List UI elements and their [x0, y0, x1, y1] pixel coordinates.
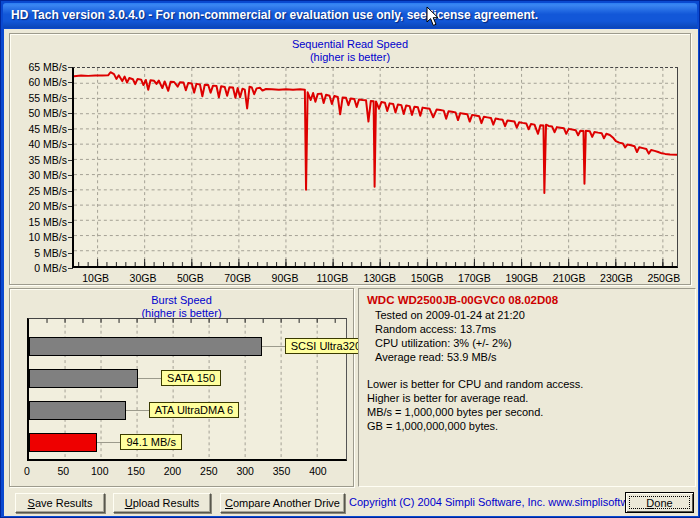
burst-bar — [29, 433, 97, 452]
mouse-cursor-icon — [426, 6, 440, 27]
burst-x-tick-label: 0 — [24, 465, 30, 477]
burst-plot: SCSI Ultra320SATA 150ATA UltraDMA 694.1 … — [27, 318, 347, 461]
read-y-tick-label: 20 MB/s — [10, 200, 67, 212]
read-speed-panel: Sequential Read Speed (higher is better)… — [9, 33, 691, 285]
drive-average-read: Average read: 53.9 MB/s — [375, 350, 687, 364]
window-title: HD Tach version 3.0.4.0 - For non-commer… — [11, 8, 538, 22]
burst-bar-connector — [262, 346, 285, 347]
read-plot-svg — [74, 68, 677, 266]
read-chart-title: Sequential Read Speed — [10, 38, 690, 50]
burst-bar-connector — [126, 410, 149, 411]
read-y-tick-label: 25 MB/s — [10, 185, 67, 197]
read-x-tick-label: 250GB — [647, 272, 680, 284]
read-y-tick-label: 0 MB/s — [10, 262, 67, 274]
read-plot — [72, 67, 678, 268]
read-y-tick-label: 35 MB/s — [10, 154, 67, 166]
burst-x-tick-label: 50 — [58, 465, 70, 477]
read-y-tick-label: 40 MB/s — [10, 138, 67, 150]
read-chart-subtitle: (higher is better) — [10, 51, 690, 63]
read-x-tick-label: 170GB — [458, 272, 491, 284]
note-mbs-definition: MB/s = 1,000,000 bytes per second. — [367, 405, 687, 419]
hd-tach-window: HD Tach version 3.0.4.0 - For non-commer… — [0, 0, 700, 518]
read-x-tick-label: 150GB — [411, 272, 444, 284]
window-content: Sequential Read Speed (higher is better)… — [4, 29, 698, 516]
save-results-button[interactable]: Save Results — [15, 493, 105, 513]
read-x-tick-label: 190GB — [505, 272, 538, 284]
burst-speed-panel: Burst Speed (higher is better) SCSI Ultr… — [9, 288, 354, 487]
drive-test-date: Tested on 2009-01-24 at 21:20 — [375, 308, 687, 322]
burst-x-tick-label: 150 — [127, 465, 145, 477]
drive-name: WDC WD2500JB-00GVC0 08.02D08 — [367, 294, 687, 306]
read-y-tick-label: 5 MB/s — [10, 247, 67, 259]
drive-random-access: Random access: 13.7ms — [375, 322, 687, 336]
burst-bar-label: SCSI Ultra320 — [285, 338, 367, 354]
spacer — [367, 364, 687, 377]
read-y-tick-label: 10 MB/s — [10, 231, 67, 243]
burst-chart-title: Burst Speed — [10, 294, 353, 306]
read-y-tick-label: 45 MB/s — [10, 123, 67, 135]
read-x-tick-label: 50GB — [177, 272, 204, 284]
burst-bar — [29, 401, 126, 420]
burst-bar-connector — [97, 442, 120, 443]
copyright-text: Copyright (C) 2004 Simpli Software, Inc.… — [349, 496, 621, 508]
read-x-tick-label: 130GB — [363, 272, 396, 284]
note-gb-definition: GB = 1,000,000,000 bytes. — [367, 419, 687, 433]
done-button-label: Done — [629, 496, 690, 509]
read-y-tick-label: 55 MB/s — [10, 92, 67, 104]
upload-results-button[interactable]: Upload Results — [113, 493, 211, 513]
burst-x-tick-label: 350 — [273, 465, 291, 477]
done-button[interactable]: Done — [625, 492, 694, 513]
burst-bar-label: 94.1 MB/s — [120, 434, 182, 450]
burst-bar-label: ATA UltraDMA 6 — [149, 402, 239, 418]
read-x-tick-label: 210GB — [553, 272, 586, 284]
burst-x-tick-label: 100 — [91, 465, 109, 477]
read-x-tick-label: 30GB — [130, 272, 157, 284]
read-y-tick-label: 30 MB/s — [10, 169, 67, 181]
compare-another-drive-button[interactable]: Compare Another Drive — [220, 493, 345, 513]
titlebar[interactable]: HD Tach version 3.0.4.0 - For non-commer… — [3, 3, 697, 28]
read-x-tick-label: 70GB — [224, 272, 251, 284]
read-y-tick-label: 15 MB/s — [10, 216, 67, 228]
drive-cpu-utilization: CPU utilization: 3% (+/- 2%) — [375, 336, 687, 350]
burst-bar — [29, 369, 138, 388]
read-x-tick-label: 10GB — [82, 272, 109, 284]
burst-bar-label: SATA 150 — [161, 370, 221, 386]
read-y-tick-label: 65 MB/s — [10, 61, 67, 73]
drive-info-panel: WDC WD2500JB-00GVC0 08.02D08 Tested on 2… — [358, 288, 696, 487]
burst-x-tick-label: 200 — [164, 465, 182, 477]
note-higher-better: Higher is better for average read. — [367, 391, 687, 405]
burst-bar — [29, 337, 262, 356]
read-x-tick-label: 230GB — [600, 272, 633, 284]
read-x-tick-label: 110GB — [316, 272, 348, 284]
burst-bar-connector — [138, 378, 161, 379]
burst-x-tick-label: 400 — [309, 465, 327, 477]
burst-x-tick-label: 300 — [236, 465, 254, 477]
burst-x-tick-label: 250 — [200, 465, 218, 477]
note-lower-better: Lower is better for CPU and random acces… — [367, 377, 687, 391]
read-y-tick-label: 60 MB/s — [10, 76, 67, 88]
read-y-tick-mark — [68, 268, 73, 269]
read-y-tick-label: 50 MB/s — [10, 107, 67, 119]
read-x-tick-label: 90GB — [272, 272, 299, 284]
